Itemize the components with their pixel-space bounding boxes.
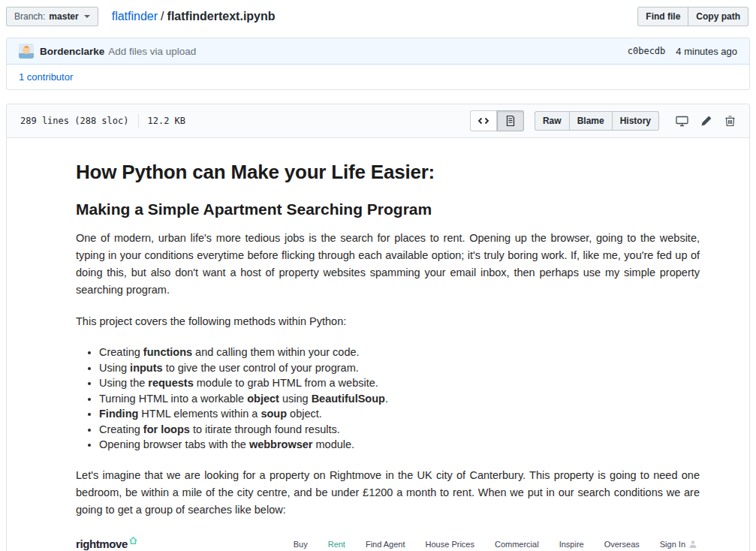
file-actions-group: Find file Copy path (637, 7, 748, 26)
list-item: Creating for loops to itirate through fo… (99, 422, 700, 438)
pencil-icon (700, 115, 712, 127)
trash-icon (724, 115, 736, 127)
file-size: 12.2 KB (148, 116, 186, 126)
list-item: Opening browser tabs with the webbrowser… (99, 437, 700, 453)
branch-selector[interactable]: Branch: master (6, 7, 98, 26)
lines-info: 289 lines (288 sloc) (20, 116, 129, 126)
history-button[interactable]: History (612, 111, 659, 131)
methods-list: Creating functions and calling them with… (76, 345, 700, 453)
open-in-desktop-button[interactable] (670, 115, 694, 127)
file-name: flatfindertext.ipynb (167, 10, 276, 23)
commit-time: 4 minutes ago (676, 46, 737, 57)
list-item: Creating functions and calling them with… (99, 345, 700, 360)
code-icon (477, 115, 489, 127)
person-icon (688, 540, 697, 549)
rightmove-screenshot: rightmove Buy Rent Find Agent House Pric… (76, 533, 699, 551)
notebook-subtitle: Making a Simple Apartment Searching Prog… (76, 200, 700, 218)
delete-file-button[interactable] (718, 115, 742, 127)
rendered-view-button[interactable] (497, 110, 524, 131)
nav-overseas: Overseas (604, 540, 640, 549)
commit-sha-link[interactable]: c0becdb (628, 46, 666, 56)
notebook-title: How Python can Make your Life Easier: (76, 161, 700, 184)
breadcrumb: flatfinder/flatfindertext.ipynb (112, 10, 276, 23)
view-toggle-group (470, 110, 524, 131)
intro-paragraph: One of modern, urban life's more tedious… (76, 230, 700, 299)
commit-header: Bordenclarke Add files via upload c0becd… (7, 38, 749, 65)
rendered-notebook: How Python can Make your Life Easier: Ma… (7, 138, 749, 551)
blame-button[interactable]: Blame (569, 111, 613, 131)
repo-link[interactable]: flatfinder (112, 10, 158, 23)
edit-file-button[interactable] (694, 115, 718, 127)
rightmove-logo: rightmove (76, 537, 138, 550)
rightmove-nav-bar: rightmove Buy Rent Find Agent House Pric… (76, 533, 699, 551)
list-item: Using the requests module to grab HTML f… (99, 375, 700, 391)
rightmove-logo-text: rightmove (76, 537, 128, 550)
meta-divider (138, 114, 139, 128)
file-navigation-bar: Branch: master flatfinder/flatfindertext… (0, 0, 756, 29)
rightmove-nav-items: Buy Rent Find Agent House Prices Commerc… (294, 540, 699, 549)
nav-inspire: Inspire (559, 540, 584, 549)
branch-prefix-label: Branch: (14, 11, 45, 23)
copy-path-button[interactable]: Copy path (688, 7, 748, 26)
avatar-image (19, 44, 34, 59)
find-file-button[interactable]: Find file (637, 7, 688, 26)
list-item: Using inputs to give the user control of… (99, 360, 700, 376)
nav-find-agent: Find Agent (366, 540, 405, 549)
file-header: 289 lines (288 sloc) 12.2 KB (7, 104, 749, 138)
document-icon (505, 115, 517, 127)
latest-commit-box: Bordenclarke Add files via upload c0becd… (6, 38, 750, 90)
example-paragraph: Let's imagine that we are looking for a … (76, 467, 700, 519)
commit-meta: c0becdb 4 minutes ago (628, 46, 737, 57)
branch-name: master (49, 11, 78, 23)
raw-blame-history-group: Raw Blame History (535, 111, 659, 131)
avatar[interactable] (19, 44, 34, 59)
commit-author-link[interactable]: Bordenclarke (40, 46, 104, 57)
house-icon (128, 536, 138, 545)
nav-commercial: Commercial (495, 540, 539, 549)
file-view-box: 289 lines (288 sloc) 12.2 KB (6, 104, 750, 551)
chevron-down-icon (84, 15, 90, 18)
nav-buy: Buy (294, 540, 308, 549)
methods-intro-paragraph: This project covers the following method… (76, 313, 700, 330)
nav-rent: Rent (328, 540, 345, 549)
source-view-button[interactable] (470, 110, 497, 131)
list-item: Finding HTML elements within a soup obje… (99, 406, 700, 422)
raw-button[interactable]: Raw (535, 111, 570, 131)
file-meta: 289 lines (288 sloc) 12.2 KB (14, 114, 185, 128)
breadcrumb-separator: / (158, 10, 167, 23)
nav-house-prices: House Prices (426, 540, 474, 549)
commit-message-link[interactable]: Add files via upload (108, 46, 196, 57)
contributors-link[interactable]: 1 contributor (19, 71, 73, 83)
nav-sign-in: Sign In (660, 540, 697, 549)
list-item: Turning HTML into a workable object usin… (99, 391, 700, 407)
file-toolbar: Raw Blame History (470, 110, 742, 131)
desktop-icon (676, 115, 688, 127)
contributors-row: 1 contributor (7, 65, 749, 89)
